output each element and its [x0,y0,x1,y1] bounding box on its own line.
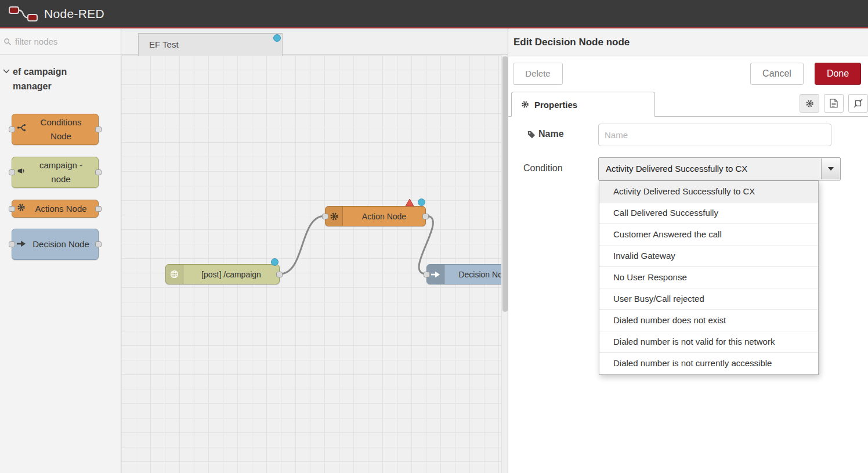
scale-icon [853,99,863,108]
port-output [95,206,102,212]
edit-node-tray: Edit Decision Node node Delete Cancel Do… [508,28,868,473]
flow-node-action[interactable]: Action Node [325,206,426,226]
tab-properties[interactable]: Properties [511,92,655,117]
doc-icon [830,99,838,108]
flow-node-post-campaign[interactable]: [post] /campaign [165,264,280,284]
flow-canvas[interactable]: EF Test [post] /campaign [121,28,508,473]
tab-properties-label: Properties [534,100,577,110]
app-header: Node-RED [0,0,868,27]
dropdown-option[interactable]: Customer Answered the call [599,224,818,245]
dropdown-option[interactable]: Call Delivered Successfully [599,203,818,224]
node-description-button[interactable] [824,94,844,113]
gear-icon [17,202,26,216]
vertical-scrollbar [501,55,508,473]
gear-icon [805,99,814,108]
node-red-logo-icon [8,5,38,23]
arrow-icon [17,237,26,251]
port-output [95,169,102,175]
tag-icon [527,131,536,141]
flow-node-decision[interactable]: Decision Node [426,264,508,284]
node-appearance-button[interactable] [848,94,868,113]
node-label: Decision Node [444,270,508,279]
globe-icon [170,270,179,279]
condition-dropdown: Activity Delivered Successfully to CX Ca… [599,180,819,375]
port-output [95,241,102,247]
tray-title: Edit Decision Node node [508,28,868,56]
dropdown-option[interactable]: Invalid Gateway [599,245,818,267]
port-input [9,206,15,212]
dropdown-option[interactable]: Activity Delivered Successfully to CX [599,181,818,203]
palette-node-decision[interactable]: Decision Node [12,229,99,260]
gear-icon [521,100,529,109]
palette-node-label: Conditions Node [31,115,91,143]
port-input [9,127,15,132]
node-icon-strip [166,265,183,284]
select-arrow-button[interactable] [821,158,840,179]
palette-filter-input[interactable] [15,37,108,46]
dropdown-option[interactable]: Dialed number is not currently accessibl… [599,353,818,374]
modified-dot-icon [273,34,281,42]
port-input[interactable] [424,272,430,277]
condition-label: Condition [523,163,563,174]
node-settings-button[interactable] [800,94,819,113]
palette-node-campaign[interactable]: campaign - node [12,157,99,188]
node-label: Action Node [343,212,425,221]
arrow-icon [431,271,440,278]
port-input [9,241,15,247]
port-input[interactable] [322,214,328,219]
dropdown-option[interactable]: Dialed number does not exist [599,310,818,331]
condition-select[interactable]: Activity Delivered Successfully to CX [598,157,841,180]
port-output [95,127,102,132]
delete-button[interactable]: Delete [513,63,563,85]
dropdown-option[interactable]: No User Response [599,267,818,288]
workspace-tabs: EF Test [121,28,508,55]
palette-node-label: Decision Node [31,237,91,251]
split-icon [17,122,26,136]
cancel-button[interactable]: Cancel [750,63,804,85]
chevron-down-icon [828,167,834,171]
node-red-app: Node-RED ef campaign manager Con [0,0,868,473]
palette-sidebar: ef campaign manager Conditions Node camp… [0,28,121,473]
dropdown-option[interactable]: Dialed number is not valid for this netw… [599,331,818,353]
condition-selected-value: Activity Delivered Successfully to CX [606,164,747,174]
palette-node-conditions[interactable]: Conditions Node [12,114,99,145]
palette-node-label: Actions Node [31,202,91,216]
port-input [9,169,15,175]
dropdown-option[interactable]: User Busy/Call rejected [599,288,818,310]
palette-node-actions[interactable]: Actions Node [12,200,99,218]
header-accent-line [0,27,868,28]
modified-dot-icon [418,198,425,206]
palette-search [0,28,121,55]
name-label: Name [538,129,564,139]
tab-ef-test[interactable]: EF Test [138,33,283,56]
done-button[interactable]: Done [815,63,861,85]
tray-tabbar: Properties [508,92,868,117]
chevron-down-icon [3,69,10,74]
palette-category-label: ef campaign manager [13,67,67,91]
modified-dot-icon [271,258,279,266]
error-triangle-icon [405,198,414,207]
palette-category-ef-campaign-manager[interactable]: ef campaign manager [0,55,121,100]
port-output[interactable] [276,272,283,277]
port-output[interactable] [422,214,429,219]
node-label: [post] /campaign [183,270,279,279]
gear-icon [330,212,339,221]
name-field[interactable] [598,124,831,146]
palette-node-label: campaign - node [31,158,91,186]
tab-label: EF Test [149,39,179,49]
search-icon [3,38,12,46]
app-title: Node-RED [44,7,104,21]
scrollbar-thumb[interactable] [502,56,508,312]
campaign-icon [17,165,26,179]
